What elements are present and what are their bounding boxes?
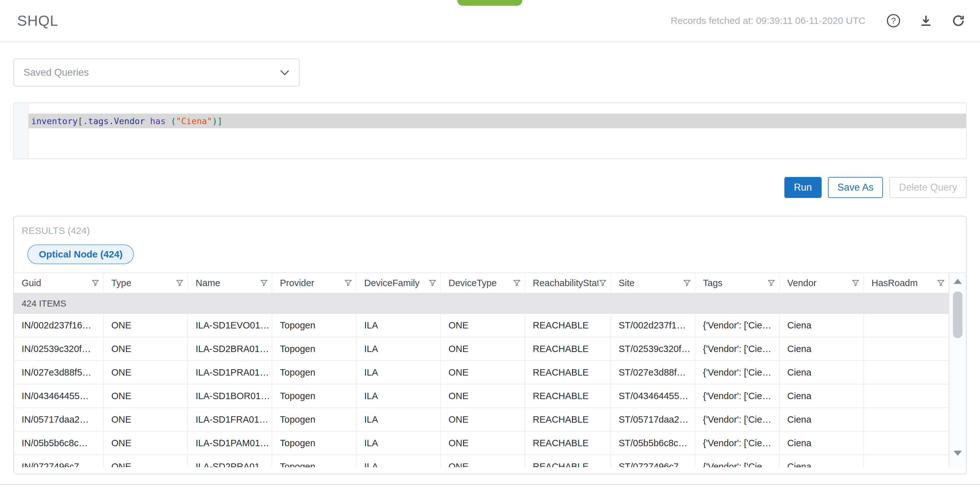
table-cell: IN/02539c320f… bbox=[14, 337, 104, 360]
table-cell bbox=[864, 384, 949, 407]
page-title: SHQL bbox=[17, 12, 58, 29]
column-label: Name bbox=[196, 278, 220, 288]
table-cell bbox=[864, 432, 949, 454]
query-line[interactable]: inventory[.tags.Vendor has ("Ciena")] bbox=[29, 114, 966, 128]
table-row[interactable]: IN/05717daa2…ONEILA-SD1FRA01…TopogenILAO… bbox=[14, 408, 966, 432]
table-cell: ONE bbox=[104, 384, 188, 407]
table-cell: ST/05717daa2… bbox=[611, 408, 695, 431]
query-token bbox=[166, 116, 171, 126]
filter-icon[interactable] bbox=[259, 279, 269, 287]
results-table: GuidTypeNameProviderDeviceFamilyDeviceTy… bbox=[14, 272, 966, 467]
download-icon[interactable] bbox=[918, 13, 934, 28]
column-label: ReachabilityStat bbox=[533, 278, 598, 288]
table-row[interactable]: IN/0727496c7…ONEILA-SD2PRA01…TopogenILAO… bbox=[14, 455, 966, 467]
vertical-scrollbar[interactable] bbox=[949, 273, 966, 467]
page-bottom-divider bbox=[0, 484, 980, 485]
filter-icon[interactable] bbox=[428, 279, 437, 287]
column-label: Site bbox=[619, 278, 635, 288]
table-cell: IN/0727496c7… bbox=[14, 455, 104, 467]
table-cell: ONE bbox=[104, 337, 188, 360]
table-cell: ILA-SD2PRA01… bbox=[188, 455, 272, 467]
query-token: [ bbox=[78, 116, 83, 126]
column-header-guid: Guid bbox=[14, 273, 104, 293]
table-cell: ONE bbox=[104, 314, 188, 337]
app-header: SHQL Records fetched at: 09:39:11 06-11-… bbox=[0, 0, 980, 42]
scrollbar-thumb[interactable] bbox=[953, 292, 963, 338]
table-cell: ONE bbox=[441, 337, 525, 360]
column-header-provider: Provider bbox=[272, 273, 356, 293]
filter-icon[interactable] bbox=[512, 279, 521, 287]
table-cell: Ciena bbox=[780, 455, 864, 467]
result-type-chip[interactable]: Optical Node (424) bbox=[27, 244, 134, 264]
table-cell: ILA bbox=[356, 337, 441, 360]
refresh-icon[interactable] bbox=[951, 13, 966, 28]
filter-icon[interactable] bbox=[767, 279, 776, 287]
table-cell: ST/043464455… bbox=[611, 384, 695, 407]
table-row[interactable]: IN/02539c320f…ONEILA-SD2BRA01…TopogenILA… bbox=[14, 337, 966, 361]
table-cell: ILA bbox=[356, 314, 441, 337]
table-cell: ILA-SD1PRA01… bbox=[188, 361, 272, 384]
table-row[interactable]: IN/05b5b6c8c…ONEILA-SD1PAM01…TopogenILAO… bbox=[14, 432, 966, 455]
table-cell bbox=[864, 337, 949, 360]
table-cell: ILA bbox=[356, 384, 441, 407]
filter-icon[interactable] bbox=[175, 279, 184, 287]
filter-icon[interactable] bbox=[682, 279, 692, 287]
save-as-button[interactable]: Save As bbox=[828, 177, 883, 198]
query-token: ( bbox=[171, 116, 176, 126]
saved-queries-select[interactable]: Saved Queries bbox=[13, 59, 300, 86]
run-button[interactable]: Run bbox=[784, 177, 822, 198]
scroll-up-arrow[interactable] bbox=[950, 273, 966, 290]
column-header-reachabilitystat: ReachabilityStat bbox=[525, 273, 611, 293]
table-cell: {'Vendor': ['Cie… bbox=[695, 455, 780, 467]
table-cell: {'Vendor': ['Cie… bbox=[695, 432, 780, 454]
table-cell: ST/02539c320f… bbox=[611, 337, 695, 360]
filter-icon[interactable] bbox=[344, 279, 353, 287]
table-cell: ILA-SD2BRA01… bbox=[188, 337, 272, 360]
success-toast bbox=[457, 0, 522, 6]
table-row[interactable]: IN/043464455…ONEILA-SD1BOR01…TopogenILAO… bbox=[14, 384, 966, 408]
query-token: has bbox=[150, 116, 166, 126]
table-cell: IN/05b5b6c8c… bbox=[14, 432, 104, 454]
table-cell: ONE bbox=[104, 432, 188, 454]
filter-icon[interactable] bbox=[598, 279, 607, 287]
filter-icon[interactable] bbox=[91, 279, 100, 287]
column-label: Vendor bbox=[787, 278, 816, 288]
table-cell: {'Vendor': ['Cie… bbox=[695, 361, 780, 384]
table-body: IN/002d237f16…ONEILA-SD1EVO01…TopogenILA… bbox=[14, 314, 966, 467]
table-cell: {'Vendor': ['Cie… bbox=[695, 384, 780, 407]
table-cell: REACHABLE bbox=[525, 432, 611, 454]
editor-content[interactable]: inventory[.tags.Vendor has ("Ciena")] bbox=[29, 103, 966, 158]
results-panel: RESULTS (424) Optical Node (424) GuidTyp… bbox=[13, 216, 967, 474]
table-cell: ONE bbox=[441, 455, 525, 467]
table-cell: REACHABLE bbox=[525, 337, 611, 360]
table-cell: Topogen bbox=[272, 432, 356, 454]
table-cell bbox=[864, 361, 949, 384]
table-cell: Ciena bbox=[780, 384, 864, 407]
table-cell: Topogen bbox=[272, 337, 356, 360]
query-token: inventory bbox=[31, 116, 78, 126]
header-actions: Records fetched at: 09:39:11 06-11-2020 … bbox=[670, 13, 966, 28]
table-cell: ILA-SD1BOR01… bbox=[188, 384, 272, 407]
help-icon[interactable]: ? bbox=[886, 13, 901, 28]
delete-query-button: Delete Query bbox=[889, 177, 967, 198]
query-editor[interactable]: inventory[.tags.Vendor has ("Ciena")] bbox=[13, 102, 967, 159]
table-cell: {'Vendor': ['Cie… bbox=[695, 314, 780, 337]
table-cell: ILA bbox=[356, 408, 441, 431]
column-label: Type bbox=[111, 278, 131, 288]
table-cell: Topogen bbox=[272, 455, 356, 467]
records-fetched-timestamp: Records fetched at: 09:39:11 06-11-2020 … bbox=[670, 15, 865, 26]
column-label: Tags bbox=[703, 278, 722, 288]
table-cell: Ciena bbox=[780, 337, 864, 360]
table-row[interactable]: IN/027e3d88f5…ONEILA-SD1PRA01…TopogenILA… bbox=[14, 361, 966, 384]
table-cell: REACHABLE bbox=[525, 314, 611, 337]
column-header-hasroadm: HasRoadm bbox=[864, 273, 949, 293]
column-header-name: Name bbox=[188, 273, 272, 293]
table-row[interactable]: IN/002d237f16…ONEILA-SD1EVO01…TopogenILA… bbox=[14, 314, 966, 337]
query-actions: Run Save As Delete Query bbox=[13, 177, 967, 198]
filter-icon[interactable] bbox=[936, 279, 945, 287]
column-label: DeviceFamily bbox=[364, 278, 420, 288]
filter-icon[interactable] bbox=[851, 279, 860, 287]
column-label: Guid bbox=[22, 278, 41, 288]
scroll-down-arrow[interactable] bbox=[950, 445, 966, 462]
table-cell: ST/027e3d88f… bbox=[611, 361, 695, 384]
